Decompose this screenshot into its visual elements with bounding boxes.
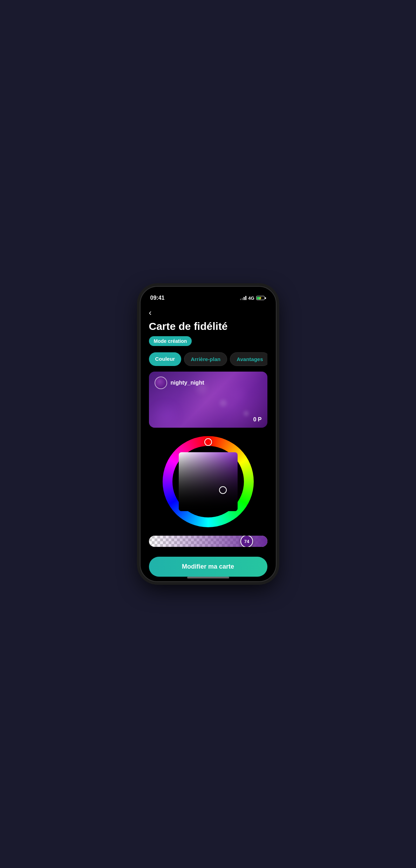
alpha-thumb[interactable]: 74 [240, 536, 253, 547]
card-points: 0 P [253, 416, 261, 423]
back-chevron-icon: ‹ [149, 308, 152, 317]
main-content: ‹ Carte de fidélité Mode création Couleu… [141, 304, 276, 581]
home-indicator [187, 577, 229, 578]
tabs-container: Couleur Arrière-plan Avantages Param [149, 352, 267, 366]
tab-avantages[interactable]: Avantages [230, 352, 267, 366]
color-picker-section: 74 [149, 436, 267, 548]
tab-couleur[interactable]: Couleur [149, 352, 182, 366]
alpha-track: 74 [149, 536, 267, 547]
wheel-cursor[interactable] [204, 438, 212, 446]
alpha-value-label: 74 [244, 539, 249, 544]
status-time: 09:41 [150, 295, 165, 301]
modify-button[interactable]: Modifier ma carte [149, 557, 267, 577]
alpha-slider[interactable]: 74 [149, 534, 267, 548]
network-label: 4G [248, 296, 254, 301]
avatar [155, 377, 167, 389]
back-button[interactable]: ‹ [149, 308, 267, 318]
battery-icon: ⚡ [256, 296, 266, 300]
page-title: Carte de fidélité [149, 320, 267, 332]
square-cursor[interactable] [219, 486, 227, 494]
notch [186, 287, 230, 299]
phone-frame: 09:41 4G ⚡ ‹ Carte de fidélité [140, 286, 277, 582]
mode-badge: Mode création [149, 336, 192, 346]
signal-icon [240, 296, 246, 300]
card-username: nighty_night [171, 380, 204, 386]
color-square-overlay [179, 452, 238, 511]
card-header: nighty_night [149, 372, 267, 394]
color-wheel[interactable] [163, 436, 254, 527]
card-preview: nighty_night 0 P [149, 372, 267, 428]
status-icons: 4G ⚡ [240, 296, 266, 301]
tab-arriere-plan[interactable]: Arrière-plan [184, 352, 227, 366]
